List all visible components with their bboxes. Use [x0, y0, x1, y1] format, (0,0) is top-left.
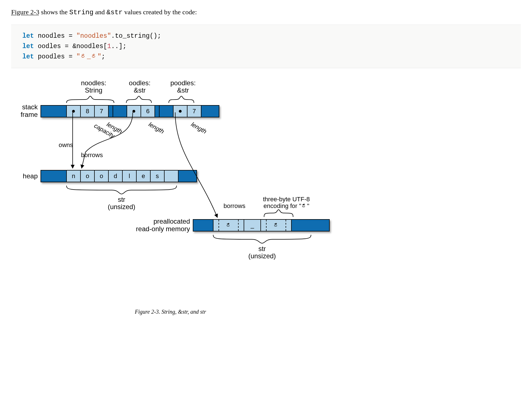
label-borrows: borrows: [224, 202, 245, 209]
label-str-unsized: (unsized): [248, 252, 276, 260]
figure-reference: Figure 2-3: [11, 8, 39, 16]
label-length: length: [148, 121, 165, 135]
label-str: str: [118, 196, 125, 203]
memory-diagram: noodles: String oodles: &str poodles: &s…: [17, 79, 352, 303]
label-length: length: [190, 121, 208, 135]
inline-code-str-slice: &str: [106, 9, 123, 16]
label-utf8: encoding for "ಠ": [263, 202, 309, 209]
label-utf8: three-byte UTF-8: [263, 196, 310, 203]
code-block: let noodles = "noodles".to_string(); let…: [11, 25, 521, 68]
label-owns: owns: [59, 141, 73, 148]
label-str: str: [258, 245, 266, 252]
figure-caption: Figure 2-3. String, &str, and str: [59, 309, 282, 315]
label-str-unsized: (unsized): [108, 203, 136, 211]
diagram-overlay-svg: owns borrows borrows capacity length len…: [17, 79, 352, 303]
inline-code-string: String: [69, 9, 93, 16]
intro-paragraph: Figure 2-3 shows the String and &str val…: [11, 8, 521, 16]
label-borrows: borrows: [81, 152, 103, 159]
